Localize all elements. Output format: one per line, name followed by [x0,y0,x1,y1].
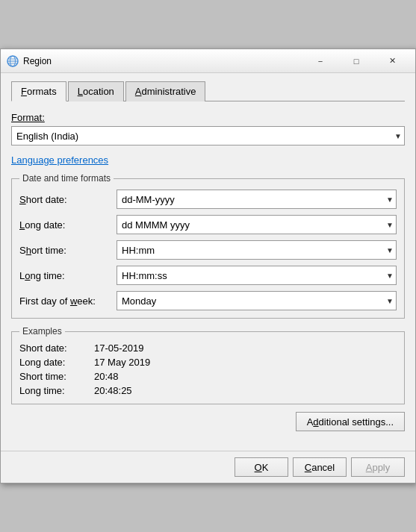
short-date-dropdown-container: dd-MM-yyyy ▼ [117,190,397,209]
first-day-row: First day of week: Monday Sunday ▼ [19,291,397,310]
long-date-dropdown-container: dd MMMM yyyy ▼ [117,215,397,234]
title-bar: Region − □ ✕ [1,49,415,73]
ex-long-time-label: Long time: [19,385,94,396]
close-button[interactable]: ✕ [375,53,409,69]
tab-administrative[interactable]: Administrative [125,81,206,101]
tab-location[interactable]: Location [68,81,124,101]
examples-legend: Examples [19,326,65,337]
title-bar-buttons: − □ ✕ [303,53,409,69]
language-preferences-link[interactable]: Language preferences [11,154,405,166]
short-date-label: Short date: [19,194,117,205]
tab-formats[interactable]: Formats [11,81,66,101]
region-dialog: Region − □ ✕ Formats Location Administra… [0,48,416,484]
short-date-dropdown[interactable]: dd-MM-yyyy [117,190,397,209]
ex-short-date-value: 17-05-2019 [94,342,144,354]
ok-button[interactable]: OK [235,457,288,477]
long-time-row: Long time: HH:mm:ss ▼ [19,266,397,285]
short-time-dropdown[interactable]: HH:mm [117,240,397,260]
ex-short-time-row: Short time: 20:48 [19,371,397,382]
additional-settings-button[interactable]: Additional settings... [296,412,405,431]
short-time-label: Short time: [19,245,117,256]
ex-long-date-row: Long date: 17 May 2019 [19,357,397,368]
minimize-button[interactable]: − [303,53,338,69]
first-day-label: First day of week: [19,295,117,307]
date-time-formats-fieldset: Date and time formats Short date: dd-MM-… [11,173,405,319]
ex-short-time-label: Short time: [19,371,94,382]
title-bar-left: Region [7,55,52,67]
maximize-button[interactable]: □ [339,53,373,69]
long-time-dropdown[interactable]: HH:mm:ss [117,266,397,285]
short-date-row: Short date: dd-MM-yyyy ▼ [19,190,397,209]
ex-short-date-label: Short date: [19,342,94,354]
additional-btn-row: Additional settings... [11,412,405,431]
short-time-row: Short time: HH:mm ▼ [19,240,397,260]
ex-long-date-value: 17 May 2019 [94,357,150,368]
long-date-row: Long date: dd MMMM yyyy ▼ [19,215,397,234]
apply-button[interactable]: Apply [351,457,405,477]
first-day-dropdown-container: Monday Sunday ▼ [117,291,397,310]
examples-fieldset: Examples Short date: 17-05-2019 Long dat… [11,326,405,404]
ex-long-time-row: Long time: 20:48:25 [19,385,397,396]
format-section: Format: English (India) English (US) Eng… [11,112,405,145]
ex-long-time-value: 20:48:25 [94,385,132,396]
ex-long-date-label: Long date: [19,357,94,368]
format-dropdown[interactable]: English (India) English (US) English (UK… [11,126,405,145]
ex-short-date-row: Short date: 17-05-2019 [19,342,397,354]
format-label: Format: [11,112,405,123]
first-day-dropdown[interactable]: Monday Sunday [117,291,397,310]
dialog-content: Formats Location Administrative Format: … [1,73,415,451]
long-time-label: Long time: [19,270,117,281]
format-dropdown-container: English (India) English (US) English (UK… [11,126,405,145]
long-date-dropdown[interactable]: dd MMMM yyyy [117,215,397,234]
window-title: Region [23,56,52,66]
short-time-dropdown-container: HH:mm ▼ [117,240,397,260]
cancel-button[interactable]: Cancel [293,457,347,477]
tab-bar: Formats Location Administrative [11,81,405,101]
long-date-label: Long date: [19,219,117,231]
globe-icon [7,55,19,67]
date-time-formats-legend: Date and time formats [19,173,114,184]
ex-short-time-value: 20:48 [94,371,119,382]
long-time-dropdown-container: HH:mm:ss ▼ [117,266,397,285]
bottom-buttons: OK Cancel Apply [1,451,415,483]
